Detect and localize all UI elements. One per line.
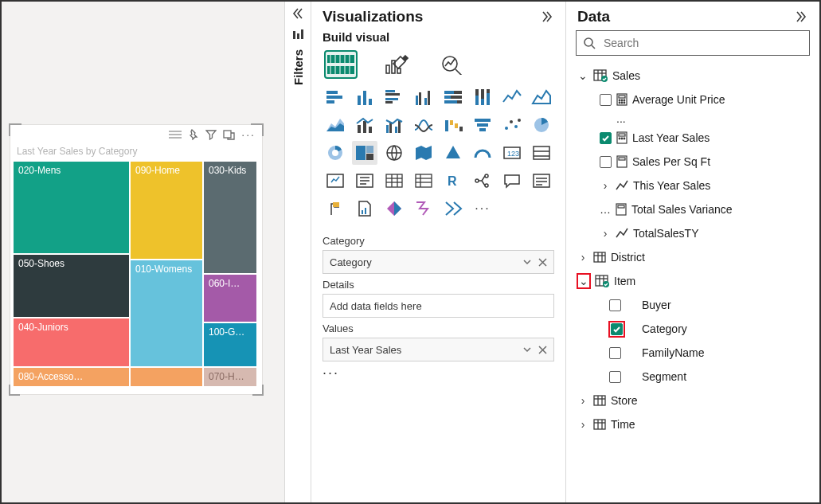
search-input[interactable] bbox=[602, 36, 803, 50]
drag-handle-icon[interactable] bbox=[169, 130, 182, 139]
table-district[interactable]: › District bbox=[574, 245, 818, 269]
chart-multi-row-card[interactable] bbox=[529, 141, 554, 165]
more-options-icon[interactable]: ··· bbox=[241, 128, 256, 141]
report-canvas[interactable]: ··· Last Year Sales by Category 020-Mens… bbox=[2, 2, 284, 502]
analytics-tab[interactable] bbox=[436, 50, 469, 79]
chart-ribbon[interactable] bbox=[411, 113, 436, 137]
chart-gauge[interactable] bbox=[470, 141, 495, 165]
chart-smart-narrative[interactable] bbox=[529, 169, 554, 193]
field-total-sales-ty[interactable]: › TotalSalesTY bbox=[574, 221, 818, 245]
well-details[interactable]: Add data fields here bbox=[323, 294, 554, 318]
chevron-down-icon[interactable] bbox=[522, 345, 532, 354]
focus-mode-icon[interactable] bbox=[223, 129, 235, 140]
chevron-down-icon[interactable] bbox=[522, 257, 532, 267]
field-total-sales-variance[interactable]: … Total Sales Variance bbox=[574, 197, 818, 221]
table-item[interactable]: ⌄ Item bbox=[574, 269, 818, 293]
chart-qna[interactable] bbox=[499, 169, 525, 193]
chevron-right-icon[interactable]: › bbox=[577, 251, 588, 264]
chart-slicer[interactable] bbox=[352, 169, 377, 193]
field-average-unit-price[interactable]: Average Unit Price bbox=[574, 88, 818, 111]
expand-left-icon[interactable] bbox=[291, 6, 305, 21]
chart-clustered-bar[interactable] bbox=[381, 85, 407, 109]
chart-funnel[interactable] bbox=[470, 113, 495, 137]
chart-line-stacked-column[interactable] bbox=[352, 113, 377, 137]
field-this-year-sales[interactable]: › This Year Sales bbox=[574, 174, 818, 197]
search-box[interactable] bbox=[576, 30, 810, 56]
field-last-year-sales[interactable]: Last Year Sales bbox=[574, 126, 818, 150]
table-store[interactable]: › Store bbox=[574, 389, 818, 412]
field-sales-per-sqft[interactable]: Sales Per Sq Ft bbox=[574, 150, 818, 174]
chart-power-automate[interactable] bbox=[411, 197, 436, 221]
well-category[interactable]: Category bbox=[323, 250, 554, 274]
remove-field-icon[interactable] bbox=[538, 345, 547, 354]
collapse-right-icon[interactable] bbox=[540, 10, 554, 24]
chart-map[interactable] bbox=[381, 141, 407, 165]
chart-area[interactable] bbox=[529, 85, 554, 109]
tile-accessories-2[interactable] bbox=[131, 368, 202, 386]
tile-grocery[interactable]: 100-G… bbox=[204, 323, 256, 366]
chart-line-clustered-column[interactable] bbox=[381, 113, 407, 137]
tile-kids[interactable]: 030-Kids bbox=[204, 162, 256, 273]
chart-line[interactable] bbox=[499, 85, 525, 109]
tile-womens[interactable]: 010-Womens bbox=[131, 260, 202, 366]
chart-power-apps[interactable] bbox=[381, 197, 407, 221]
well-values[interactable]: Last Year Sales bbox=[323, 338, 554, 361]
checkbox[interactable] bbox=[609, 371, 621, 383]
checkbox[interactable] bbox=[600, 94, 612, 106]
table-time[interactable]: › Time bbox=[574, 412, 818, 436]
tile-hosiery[interactable]: 070-H… bbox=[204, 368, 256, 386]
chart-stacked-bar[interactable] bbox=[323, 85, 348, 109]
field-family-name[interactable]: FamilyName bbox=[574, 341, 818, 365]
chart-matrix[interactable] bbox=[411, 169, 436, 193]
chart-paginated-report[interactable] bbox=[352, 197, 377, 221]
chart-filled-map[interactable] bbox=[411, 141, 436, 165]
chevron-right-icon[interactable]: › bbox=[600, 179, 611, 192]
chart-pie[interactable] bbox=[529, 113, 554, 137]
tile-shoes[interactable]: 050-Shoes bbox=[14, 255, 129, 317]
table-sales[interactable]: ⌄ Sales bbox=[574, 64, 818, 88]
build-visual-tab[interactable] bbox=[324, 50, 358, 79]
chart-clustered-column[interactable] bbox=[411, 85, 436, 109]
chart-python-visual[interactable] bbox=[440, 197, 466, 221]
chart-table[interactable] bbox=[381, 169, 407, 193]
chart-donut[interactable] bbox=[323, 141, 348, 165]
chart-treemap[interactable] bbox=[352, 141, 377, 165]
field-category[interactable]: Category bbox=[574, 317, 818, 341]
treemap-visual[interactable]: ··· Last Year Sales by Category 020-Mens… bbox=[10, 124, 263, 395]
chevron-right-icon[interactable]: › bbox=[577, 418, 588, 431]
chart-goals[interactable] bbox=[323, 197, 348, 221]
chart-100-stacked-column[interactable] bbox=[470, 85, 495, 109]
filter-icon[interactable] bbox=[205, 129, 217, 140]
checkbox-checked[interactable] bbox=[611, 323, 623, 335]
tile-juniors[interactable]: 040-Juniors bbox=[14, 318, 129, 366]
filters-pane-collapsed[interactable]: Filters bbox=[284, 2, 311, 502]
chart-stacked-column[interactable] bbox=[352, 85, 377, 109]
tile-mens[interactable]: 020-Mens bbox=[14, 162, 129, 253]
checkbox[interactable] bbox=[609, 347, 621, 359]
treemap-body[interactable]: 020-Mens 050-Shoes 040-Juniors 080-Acces… bbox=[14, 162, 259, 386]
collapse-right-icon[interactable] bbox=[794, 10, 808, 24]
checkbox[interactable] bbox=[600, 156, 612, 168]
field-segment[interactable]: Segment bbox=[574, 365, 818, 389]
chevron-down-icon[interactable]: ⌄ bbox=[577, 69, 588, 82]
chart-azure-map[interactable] bbox=[440, 141, 466, 165]
chart-waterfall[interactable] bbox=[440, 113, 466, 137]
more-options-icon[interactable]: ... bbox=[311, 361, 565, 377]
tile-home[interactable]: 090-Home bbox=[131, 162, 202, 259]
chevron-down-icon[interactable]: ⌄ bbox=[578, 275, 589, 287]
chevron-right-icon[interactable]: › bbox=[577, 394, 588, 407]
tile-intimate[interactable]: 060-I… bbox=[204, 275, 256, 322]
chart-more-visuals[interactable]: ··· bbox=[470, 197, 495, 221]
chevron-right-icon[interactable]: › bbox=[600, 227, 611, 240]
chart-stacked-area[interactable] bbox=[323, 113, 348, 137]
chart-scatter[interactable] bbox=[499, 113, 525, 137]
chart-r-visual[interactable]: R bbox=[440, 169, 466, 193]
remove-field-icon[interactable] bbox=[538, 257, 547, 267]
pin-icon[interactable] bbox=[188, 129, 199, 140]
chart-100-stacked-bar[interactable] bbox=[440, 85, 466, 109]
format-visual-tab[interactable] bbox=[380, 50, 413, 79]
field-buyer[interactable]: Buyer bbox=[574, 293, 818, 317]
chart-card[interactable]: 123 bbox=[499, 141, 525, 165]
checkbox[interactable] bbox=[609, 299, 621, 311]
tile-accessories[interactable]: 080-Accesso… bbox=[14, 368, 129, 386]
